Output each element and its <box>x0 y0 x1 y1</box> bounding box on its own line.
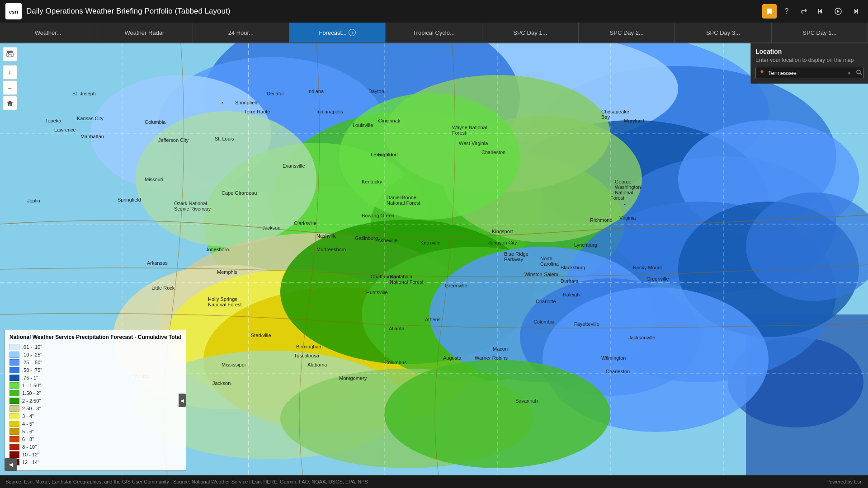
legend-label: 1.50 - 2" <box>22 390 41 396</box>
svg-text:Ozark National: Ozark National <box>174 201 207 206</box>
legend-swatch <box>9 436 19 442</box>
legend-swatch <box>9 367 19 373</box>
play-button[interactable] <box>831 4 845 19</box>
legend-label: .10 - .25" <box>22 352 42 357</box>
legend-swatch <box>9 390 19 396</box>
svg-rect-4 <box>857 9 858 14</box>
svg-text:Carolina: Carolina <box>540 261 559 267</box>
svg-text:Topeka: Topeka <box>45 118 61 123</box>
location-title: Location <box>755 48 863 55</box>
tab-spc2[interactable]: SPC Day 2... <box>579 23 675 42</box>
svg-text:Jackson: Jackson <box>212 380 231 386</box>
svg-text:Greenville: Greenville <box>445 283 467 288</box>
svg-text:Chesapeake: Chesapeake <box>601 109 629 114</box>
legend-label: 4 - 5" <box>22 421 34 427</box>
legend-item: 12 - 14" <box>9 459 181 465</box>
location-description: Enter your location to display on the ma… <box>755 57 863 63</box>
svg-rect-150 <box>8 55 12 57</box>
svg-text:Forest: Forest <box>610 195 624 201</box>
svg-text:George: George <box>615 179 632 184</box>
home-button[interactable] <box>3 96 17 110</box>
svg-text:National Forest: National Forest <box>208 302 242 307</box>
svg-text:Mississippi: Mississippi <box>222 362 245 367</box>
next-button[interactable] <box>848 4 863 19</box>
svg-text:Warner Robins: Warner Robins <box>475 355 508 361</box>
tab-spc1[interactable]: SPC Day 1... <box>482 23 579 42</box>
svg-text:Memphis: Memphis <box>217 269 237 275</box>
legend-item: 1.50 - 2" <box>9 390 181 396</box>
print-button[interactable] <box>3 47 17 61</box>
tab-tropical[interactable]: Tropical Cyclo... <box>386 23 482 42</box>
svg-text:Dayton: Dayton <box>368 89 384 94</box>
footer-source: Source: Esri, Maxar, Earthstar Geographi… <box>5 479 368 484</box>
svg-text:Jonesboro: Jonesboro <box>206 247 229 252</box>
svg-text:Forest: Forest <box>452 130 466 136</box>
map-container[interactable]: St. Joseph Topeka Lawrence Kansas City M… <box>0 43 868 475</box>
tab-spc3[interactable]: SPC Day 3... <box>675 23 771 42</box>
svg-text:Knoxville: Knoxville <box>420 240 440 245</box>
svg-text:esri: esri <box>9 9 18 14</box>
svg-text:Fayetteville: Fayetteville <box>574 321 599 327</box>
legend-swatch <box>9 352 19 358</box>
zoom-out-button[interactable]: − <box>3 80 17 95</box>
legend-label: 3 - 4" <box>22 413 34 419</box>
svg-text:Blacksburg: Blacksburg <box>561 265 585 270</box>
esri-logo: esri <box>5 3 22 19</box>
svg-text:Kentucky: Kentucky <box>362 179 382 184</box>
svg-text:Durham: Durham <box>561 278 578 284</box>
tab-forecast[interactable]: Forecast... i <box>289 23 386 42</box>
tab-24hour[interactable]: 24 Hour... <box>193 23 289 42</box>
legend-swatch <box>9 444 19 450</box>
legend-label: .01 - .10" <box>22 344 42 350</box>
legend-label: 6 - 8" <box>22 436 34 442</box>
svg-text:Cape Girardeau: Cape Girardeau <box>222 190 257 196</box>
svg-text:St. Joseph: St. Joseph <box>72 91 96 96</box>
tab-spc4[interactable]: SPC Day 1... <box>772 23 868 42</box>
svg-text:Parkway: Parkway <box>504 257 524 262</box>
svg-text:Huntsville: Huntsville <box>366 290 388 295</box>
svg-text:Evansville: Evansville <box>283 163 305 169</box>
svg-text:Bay: Bay <box>601 114 610 120</box>
legend-swatch <box>9 359 19 366</box>
bookmark-button[interactable] <box>762 4 777 19</box>
svg-text:Virginia: Virginia <box>619 215 636 221</box>
legend-item: .50 - .75" <box>9 367 181 373</box>
location-input[interactable] <box>768 70 844 76</box>
legend-swatch <box>9 398 19 404</box>
location-search-button[interactable] <box>855 69 863 77</box>
legend-label: 10 - 12" <box>22 452 39 457</box>
legend-swatch <box>9 375 19 381</box>
legend-toggle[interactable]: ◀ <box>179 394 186 407</box>
svg-text:Richmond: Richmond <box>590 217 613 223</box>
legend-item: .10 - .25" <box>9 352 181 358</box>
share-button[interactable] <box>797 4 811 19</box>
svg-text:Springfield: Springfield <box>235 100 259 105</box>
svg-text:Bowling Green: Bowling Green <box>362 213 394 218</box>
tab-weather[interactable]: Weather... <box>0 23 96 42</box>
collapse-button[interactable]: ◀ <box>5 458 17 471</box>
svg-text:Kingsport: Kingsport <box>492 229 513 234</box>
svg-text:Augusta: Augusta <box>443 355 462 361</box>
help-button[interactable]: ? <box>779 4 794 19</box>
prev-button[interactable] <box>814 4 828 19</box>
svg-text:Louisville: Louisville <box>353 122 373 128</box>
svg-text:Manhattan: Manhattan <box>80 134 104 139</box>
svg-text:North: North <box>540 256 552 261</box>
legend-item: .75 - 1" <box>9 375 181 381</box>
svg-text:Clarksville: Clarksville <box>294 221 316 226</box>
footer-powered: Powered by Esri <box>826 479 863 484</box>
svg-text:Lexington: Lexington <box>371 152 392 157</box>
svg-text:•: • <box>377 118 379 123</box>
svg-text:Washington: Washington <box>615 184 641 190</box>
footer: Source: Esri, Maxar, Earthstar Geographi… <box>0 475 868 488</box>
svg-text:Springfield: Springfield <box>118 197 141 202</box>
app-header: esri Daily Operations Weather Briefing P… <box>0 0 868 23</box>
svg-text:West Virginia: West Virginia <box>459 141 488 146</box>
legend-item: 4 - 5" <box>9 421 181 427</box>
legend-item: 1 - 1.50" <box>9 382 181 389</box>
legend-panel: National Weather Service Precipitation F… <box>5 330 186 471</box>
zoom-in-button[interactable]: + <box>3 65 17 80</box>
tab-radar[interactable]: Weather Radar <box>96 23 193 42</box>
legend-label: 1 - 1.50" <box>22 383 41 388</box>
location-clear-button[interactable]: × <box>847 70 852 76</box>
